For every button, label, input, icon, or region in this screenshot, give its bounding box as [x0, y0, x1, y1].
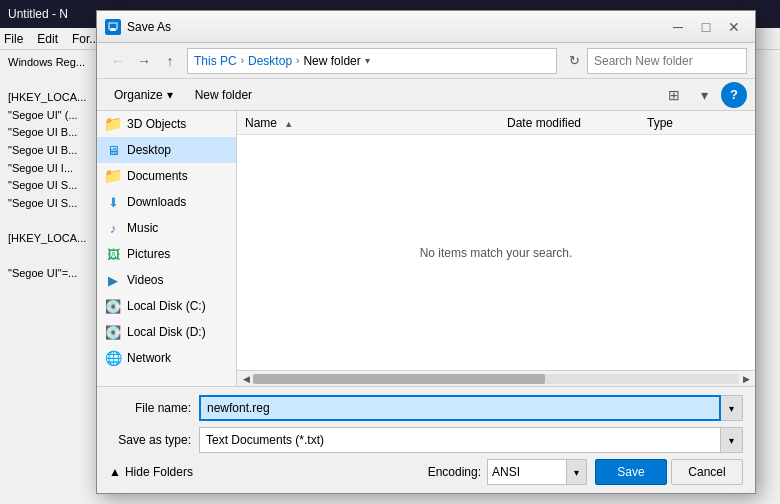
empty-message: No items match your search.: [420, 246, 573, 260]
file-name-input[interactable]: [199, 395, 721, 421]
save-type-select[interactable]: Text Documents (*.txt): [199, 427, 721, 453]
nav-label-downloads: Downloads: [127, 195, 186, 209]
bg-menu-edit: Edit: [37, 32, 58, 46]
nav-label-3d-objects: 3D Objects: [127, 117, 186, 131]
nav-label-desktop: Desktop: [127, 143, 171, 157]
save-type-value: Text Documents (*.txt): [206, 433, 324, 447]
minimize-button[interactable]: ─: [665, 16, 691, 38]
close-button[interactable]: ✕: [721, 16, 747, 38]
save-type-dropdown-button[interactable]: ▾: [721, 427, 743, 453]
breadcrumb-bar[interactable]: This PC › Desktop › New folder ▾: [187, 48, 557, 74]
scroll-right-button[interactable]: ▶: [739, 372, 753, 386]
nav-item-local-disk-c[interactable]: 💽 Local Disk (C:): [97, 293, 236, 319]
nav-label-documents: Documents: [127, 169, 188, 183]
organize-label: Organize: [114, 88, 163, 102]
view-options-button[interactable]: ⊞: [661, 83, 687, 107]
svg-rect-2: [110, 30, 116, 31]
bottom-panel: File name: ▾ Save as type: Text Document…: [97, 386, 755, 493]
hide-folders-label: Hide Folders: [125, 465, 193, 479]
breadcrumb-desktop[interactable]: Desktop: [248, 54, 292, 68]
nav-label-pictures: Pictures: [127, 247, 170, 261]
back-button[interactable]: ←: [105, 48, 131, 74]
nav-toolbar: ← → ↑ This PC › Desktop › New folder ▾ ↻: [97, 43, 755, 79]
name-sort-icon: ▲: [284, 119, 293, 129]
col-type-header[interactable]: Type: [647, 116, 747, 130]
file-name-label: File name:: [109, 401, 199, 415]
nav-item-pictures[interactable]: 🖼 Pictures: [97, 241, 236, 267]
file-name-dropdown-button[interactable]: ▾: [721, 395, 743, 421]
dialog-window-controls: ─ □ ✕: [665, 16, 747, 38]
view-icon: ⊞: [668, 87, 680, 103]
search-box[interactable]: [587, 48, 747, 74]
maximize-button[interactable]: □: [693, 16, 719, 38]
nav-item-desktop[interactable]: 🖥 Desktop: [97, 137, 236, 163]
encoding-value: ANSI: [492, 465, 520, 479]
breadcrumb-sep-2: ›: [296, 55, 299, 66]
content-body: No items match your search.: [237, 135, 755, 370]
dialog-title: Save As: [127, 20, 665, 34]
search-input[interactable]: [594, 54, 740, 68]
help-button[interactable]: ?: [721, 82, 747, 108]
save-as-dialog: Save As ─ □ ✕ ← → ↑ This PC › Desktop › …: [96, 10, 756, 494]
bottom-actions: ▲ Hide Folders Encoding: ANSI ▾ Save Can…: [109, 459, 743, 485]
save-type-row: Save as type: Text Documents (*.txt) ▾: [109, 427, 743, 453]
nav-item-documents[interactable]: 📁 Documents: [97, 163, 236, 189]
breadcrumb-sep-1: ›: [241, 55, 244, 66]
nav-item-downloads[interactable]: ⬇ Downloads: [97, 189, 236, 215]
download-icon: ⬇: [105, 194, 121, 210]
desktop-icon: 🖥: [105, 142, 121, 158]
nav-item-network[interactable]: 🌐 Network: [97, 345, 236, 371]
nav-label-network: Network: [127, 351, 171, 365]
svg-rect-1: [111, 28, 115, 30]
nav-label-local-disk-d: Local Disk (D:): [127, 325, 206, 339]
videos-icon: ▶: [105, 272, 121, 288]
nav-item-videos[interactable]: ▶ Videos: [97, 267, 236, 293]
save-type-label: Save as type:: [109, 433, 199, 447]
nav-item-music[interactable]: ♪ Music: [97, 215, 236, 241]
organize-toolbar: Organize ▾ New folder ⊞ ▾ ?: [97, 79, 755, 111]
view-dropdown-icon: ▾: [701, 87, 708, 103]
new-folder-button[interactable]: New folder: [186, 83, 261, 107]
col-date-header[interactable]: Date modified: [507, 116, 647, 130]
organize-button[interactable]: Organize ▾: [105, 83, 182, 107]
nav-label-music: Music: [127, 221, 158, 235]
hide-folders-button[interactable]: ▲ Hide Folders: [109, 465, 193, 479]
dialog-icon: [105, 19, 121, 35]
view-dropdown-button[interactable]: ▾: [691, 83, 717, 107]
bg-title: Untitled - N: [8, 7, 68, 21]
breadcrumb-dropdown-icon[interactable]: ▾: [365, 55, 370, 66]
encoding-select[interactable]: ANSI: [487, 459, 567, 485]
nav-label-videos: Videos: [127, 273, 163, 287]
nav-item-local-disk-d[interactable]: 💽 Local Disk (D:): [97, 319, 236, 345]
folder-icon-3d: 📁: [105, 116, 121, 132]
col-name-header[interactable]: Name ▲: [245, 116, 507, 130]
network-icon: 🌐: [105, 350, 121, 366]
scrollbar-thumb: [253, 374, 545, 384]
dialog-titlebar: Save As ─ □ ✕: [97, 11, 755, 43]
refresh-button[interactable]: ↻: [561, 48, 587, 74]
pictures-icon: 🖼: [105, 246, 121, 262]
left-nav: 📁 3D Objects 🖥 Desktop 📁 Documents ⬇ Dow…: [97, 111, 237, 386]
file-name-row: File name: ▾: [109, 395, 743, 421]
hide-folders-arrow-icon: ▲: [109, 465, 121, 479]
up-button[interactable]: ↑: [157, 48, 183, 74]
nav-label-local-disk-c: Local Disk (C:): [127, 299, 206, 313]
forward-button[interactable]: →: [131, 48, 157, 74]
cancel-button[interactable]: Cancel: [671, 459, 743, 485]
bg-menu-file: File: [4, 32, 23, 46]
nav-item-3d-objects[interactable]: 📁 3D Objects: [97, 111, 236, 137]
horizontal-scrollbar[interactable]: [253, 374, 739, 384]
save-button[interactable]: Save: [595, 459, 667, 485]
organize-dropdown-icon: ▾: [167, 88, 173, 102]
breadcrumb-new-folder: New folder: [303, 54, 360, 68]
content-header: Name ▲ Date modified Type: [237, 111, 755, 135]
breadcrumb-this-pc[interactable]: This PC: [194, 54, 237, 68]
encoding-dropdown-button[interactable]: ▾: [567, 459, 587, 485]
content-panel: Name ▲ Date modified Type No items match…: [237, 111, 755, 386]
hdd-d-icon: 💽: [105, 324, 121, 340]
main-area: 📁 3D Objects 🖥 Desktop 📁 Documents ⬇ Dow…: [97, 111, 755, 386]
scroll-left-button[interactable]: ◀: [239, 372, 253, 386]
encoding-label: Encoding:: [428, 465, 481, 479]
hdd-c-icon: 💽: [105, 298, 121, 314]
horizontal-scrollbar-area: ◀ ▶: [237, 370, 755, 386]
